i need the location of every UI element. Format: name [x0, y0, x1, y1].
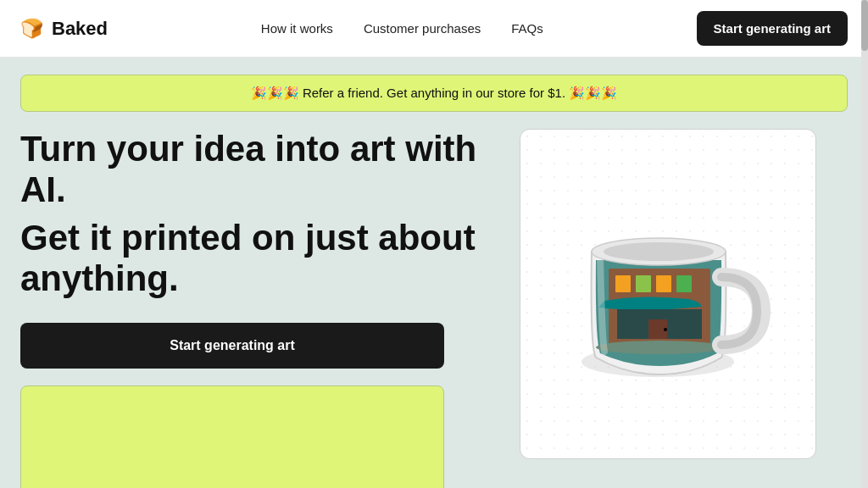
logo-area: 🍞 Baked: [20, 18, 108, 40]
hero-section: Turn your idea into art with AI. Get it …: [20, 129, 848, 488]
logo-icon: 🍞: [20, 18, 43, 40]
svg-rect-3: [636, 275, 651, 292]
svg-rect-5: [676, 275, 692, 292]
main-content: 🎉🎉🎉 Refer a friend. Get anything in our …: [0, 58, 868, 488]
promo-banner[interactable]: 🎉🎉🎉 Refer a friend. Get anything in our …: [20, 75, 848, 112]
mug-container: [520, 130, 815, 458]
nav-how-it-works[interactable]: How it works: [261, 21, 333, 36]
nav-faqs[interactable]: FAQs: [511, 21, 543, 36]
hero-yellow-box: [20, 385, 444, 488]
svg-point-8: [664, 328, 667, 331]
logo-text: Baked: [52, 18, 108, 40]
promo-emoji-right: 🎉🎉🎉: [569, 86, 617, 100]
hero-left: Turn your idea into art with AI. Get it …: [20, 129, 499, 488]
hero-title-line1: Turn your idea into art with AI.: [20, 129, 499, 211]
promo-text: Refer a friend. Get anything in our stor…: [303, 86, 565, 100]
nav-customer-purchases[interactable]: Customer purchases: [364, 21, 481, 36]
mug-image: [558, 184, 778, 404]
promo-emoji-left: 🎉🎉🎉: [251, 86, 299, 100]
svg-point-11: [604, 242, 714, 261]
nav-cta-button[interactable]: Start generating art: [697, 11, 848, 46]
nav-links: How it works Customer purchases FAQs: [261, 21, 543, 36]
product-card: [520, 129, 816, 459]
hero-title-line2: Get it printed on just about anything.: [20, 218, 499, 300]
svg-point-9: [596, 341, 723, 354]
hero-cta-button[interactable]: Start generating art: [20, 323, 444, 369]
scrollbar[interactable]: [861, 0, 868, 488]
navbar: 🍞 Baked How it works Customer purchases …: [0, 0, 868, 58]
svg-rect-4: [656, 275, 671, 292]
scrollbar-thumb[interactable]: [861, 0, 868, 51]
svg-rect-2: [615, 275, 631, 292]
